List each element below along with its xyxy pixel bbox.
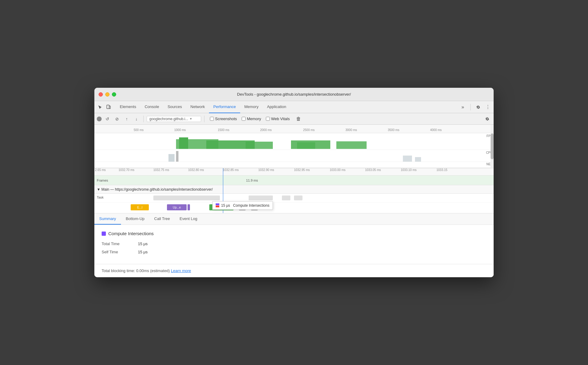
cpu-activity-1 — [168, 154, 175, 162]
tooltip-label: Compute Intersections — [233, 203, 270, 208]
fps-bar-3 — [246, 142, 273, 149]
nav-right-icons: » ⋮ — [459, 104, 491, 110]
event-row: E...l Up...e Co...rs — [94, 203, 494, 213]
fps-row: FPS — [94, 133, 494, 150]
window-title: DevTools - googlechrome.github.io/sample… — [237, 92, 351, 97]
scrollbar-track[interactable] — [491, 125, 494, 168]
tooltip-colors — [216, 203, 219, 208]
bottom-bar: Total blocking time: 0.00ms (estimated) … — [94, 264, 494, 277]
nav-tabs: Elements Console Sources Network Perform… — [94, 101, 494, 113]
main-row: ▼ Main — https://googlechrome.github.io/… — [94, 185, 494, 194]
devtools-window: DevTools - googlechrome.github.io/sample… — [94, 88, 494, 277]
detail-timeline: 2.65 ms 1032.70 ms 1032.75 ms 1032.80 ms… — [94, 168, 494, 213]
minimize-button[interactable] — [105, 92, 109, 97]
tab-call-tree[interactable]: Call Tree — [149, 213, 175, 225]
delete-icon[interactable]: 🗑 — [295, 115, 302, 123]
cpu-activity-3 — [403, 156, 412, 162]
maximize-button[interactable] — [112, 92, 116, 97]
self-time-value: 15 μs — [138, 250, 148, 254]
toolbar: ↺ ⊘ ↑ ↓ googlechrome.github.i... ▼ Scree… — [94, 113, 494, 125]
event-el[interactable]: E...l — [131, 204, 149, 210]
time-label-3500: 3500 ms — [388, 128, 399, 132]
cursor-icon[interactable] — [97, 104, 103, 110]
tab-performance[interactable]: Performance — [209, 101, 240, 113]
time-ruler: 500 ms 1000 ms 1500 ms 2000 ms 2500 ms 3… — [94, 125, 494, 133]
svg-rect-1 — [109, 106, 110, 109]
task-row: Task — [94, 194, 494, 203]
tooltip-color-purple — [216, 203, 219, 205]
screenshots-checkbox[interactable]: Screenshots — [210, 117, 237, 121]
detail-time-10: 1033.15 — [436, 168, 447, 172]
title-bar: DevTools - googlechrome.github.io/sample… — [94, 88, 494, 101]
tooltip: 15 μs Compute Intersections — [212, 201, 273, 210]
url-selector[interactable]: googlechrome.github.i... ▼ — [147, 116, 201, 122]
learn-more-link[interactable]: Learn more — [171, 268, 191, 273]
close-button[interactable] — [99, 92, 103, 97]
task-block-2 — [249, 196, 273, 200]
time-label-2000: 2000 ms — [260, 128, 272, 132]
detail-time-0: 2.65 ms — [95, 168, 106, 172]
more-options-icon[interactable]: ⋮ — [485, 104, 491, 110]
time-label-2500: 2500 ms — [303, 128, 315, 132]
frames-label: Frames — [94, 179, 119, 182]
scrollbar-thumb[interactable] — [491, 133, 494, 159]
summary-title: Compute Intersections — [108, 231, 154, 236]
fps-bar-6 — [297, 142, 315, 149]
tab-application[interactable]: Application — [263, 101, 291, 113]
time-label-4000: 4000 ms — [430, 128, 442, 132]
task-block-3 — [282, 196, 290, 200]
toolbar-settings-icon[interactable] — [483, 115, 491, 123]
cpu-activity-2 — [176, 151, 178, 162]
detail-time-1: 1032.70 ms — [119, 168, 134, 172]
clear-button[interactable]: ⊘ — [113, 115, 121, 123]
tab-summary[interactable]: Summary — [94, 213, 121, 225]
main-label: ▼ Main — https://googlechrome.github.io/… — [97, 187, 213, 192]
chevron-down-icon: ▼ — [189, 117, 192, 120]
svg-rect-0 — [107, 105, 109, 109]
fps-bar-5 — [336, 141, 367, 149]
time-label-1500: 1500 ms — [218, 128, 229, 132]
footer-text: Total blocking time: 0.00ms (estimated) — [102, 268, 170, 273]
total-time-label: Total Time — [102, 242, 138, 246]
tab-bottom-up[interactable]: Bottom-Up — [121, 213, 149, 225]
time-label-500: 500 ms — [134, 128, 144, 132]
self-time-label: Self Time — [102, 250, 138, 254]
frames-time: 11.9 ms — [246, 179, 258, 182]
device-icon[interactable] — [105, 104, 112, 110]
devtools-body: Elements Console Sources Network Perform… — [94, 101, 494, 277]
time-label-1000: 1000 ms — [174, 128, 186, 132]
detail-time-8: 1033.05 ms — [365, 168, 381, 172]
traffic-lights — [99, 92, 116, 97]
cpu-row: CPU — [94, 150, 494, 162]
detail-time-2: 1032.75 ms — [153, 168, 169, 172]
frames-row: Frames 11.9 ms — [94, 176, 494, 185]
task-label: Task — [94, 196, 104, 199]
web-vitals-checkbox[interactable]: Web Vitals — [266, 117, 290, 121]
task-block-4 — [294, 196, 302, 200]
checkbox-group: Screenshots Memory Web Vitals 🗑 — [210, 115, 302, 123]
tab-event-log[interactable]: Event Log — [175, 213, 202, 225]
detail-time-6: 1032.95 ms — [294, 168, 310, 172]
record-button[interactable] — [97, 117, 102, 121]
net-row: NET — [94, 162, 494, 168]
tooltip-time: 15 μs — [221, 203, 230, 208]
event-upe[interactable]: Up...e — [167, 204, 187, 210]
overview-timeline: 500 ms 1000 ms 1500 ms 2000 ms 2500 ms 3… — [94, 125, 494, 168]
upload-button[interactable]: ↑ — [123, 115, 131, 123]
fps-bar-peak — [179, 137, 188, 149]
summary-self-time: Self Time 15 μs — [102, 250, 486, 254]
settings-icon[interactable] — [475, 104, 482, 110]
tab-network[interactable]: Network — [186, 101, 209, 113]
bottom-panel: Summary Bottom-Up Call Tree Event Log Co… — [94, 213, 494, 277]
memory-checkbox[interactable]: Memory — [242, 117, 261, 121]
tab-sources[interactable]: Sources — [163, 101, 186, 113]
download-button[interactable]: ↓ — [132, 115, 140, 123]
tab-memory[interactable]: Memory — [240, 101, 263, 113]
time-label-3000: 3000 ms — [345, 128, 357, 132]
refresh-button[interactable]: ↺ — [103, 115, 111, 123]
more-tabs-icon[interactable]: » — [459, 104, 466, 110]
tab-elements[interactable]: Elements — [116, 101, 140, 113]
summary-total-time: Total Time 15 μs — [102, 242, 486, 246]
event-small-purple[interactable] — [188, 204, 190, 210]
tab-console[interactable]: Console — [140, 101, 163, 113]
